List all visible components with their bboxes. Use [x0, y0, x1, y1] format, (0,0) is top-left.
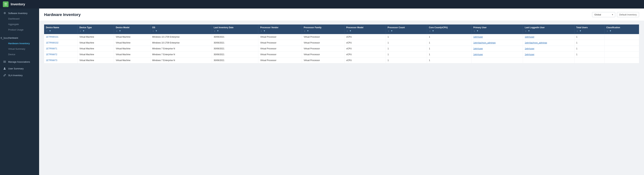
sort-device-model[interactable]: ↕ — [116, 30, 118, 32]
sort-classification[interactable]: ↕ — [606, 30, 608, 32]
sidebar: ⚙ Software Inventory Dashboard Aggregate… — [0, 8, 39, 175]
cell-primary-user[interactable] — [471, 57, 523, 63]
cell-primary-user[interactable]: 1etrn\user — [471, 46, 523, 52]
sort-primary-user[interactable]: ↕ — [473, 30, 476, 32]
sidebar-label-sla-inventory: SLA Inventory — [8, 74, 22, 77]
cell-last-loggedin-user[interactable]: 1etrn\user — [523, 52, 574, 57]
sort-processor-family[interactable]: ↕ — [304, 30, 306, 32]
filter-last-loggedin-user[interactable]: ▼ — [528, 29, 530, 32]
device-name-link[interactable]: 1ETRNW73 — [46, 59, 57, 62]
cell-device-model: Virtual Machine — [114, 46, 150, 52]
cell-core-count: 1 — [427, 46, 472, 52]
col-last-inventory-date: Last Inventory Date ↕ ▼ — [212, 24, 258, 34]
filter-processor-count[interactable]: ▼ — [390, 29, 393, 32]
col-classification: Classification ↕ ▼ — [604, 24, 639, 34]
filter-core-count[interactable]: ▼ — [432, 29, 434, 32]
cell-device-name[interactable]: 1ETRNW72 — [44, 52, 78, 57]
sidebar-item-software-inventory[interactable]: ⚙ Software Inventory — [0, 9, 39, 16]
user-link[interactable]: 1etrn\tachyon_adminpp — [473, 41, 496, 44]
filter-primary-user[interactable]: ▼ — [476, 29, 479, 32]
sidebar-item-hardware[interactable]: €_box; Hardware — [0, 34, 39, 41]
user-link[interactable]: 1etrn\user — [473, 53, 483, 56]
user-link[interactable]: 1etrn\user — [525, 47, 534, 50]
cell-last-loggedin-user[interactable]: 1etrn\tachyon_adminpp — [523, 40, 574, 46]
sort-os[interactable]: ↕ — [152, 30, 154, 32]
sidebar-item-manage-associations[interactable]: Manage Associations — [0, 58, 39, 65]
cell-primary-user[interactable]: 1etrn\user — [471, 52, 523, 57]
cell-processor-vendor: Virtual Processor — [258, 57, 302, 63]
user-link[interactable]: 1etrn\user — [473, 47, 483, 50]
sidebar-item-product-usage[interactable]: Product Usage — [0, 27, 39, 32]
filter-processor-vendor[interactable]: ▼ — [263, 29, 266, 32]
cell-device-type: Virtual Machine — [78, 34, 114, 40]
cell-os: Windows 7 Enterprise N — [150, 57, 212, 63]
cell-last-loggedin-user[interactable]: 1etrn\user — [523, 46, 574, 52]
sort-core-count[interactable]: ↕ — [429, 30, 431, 32]
cell-device-name[interactable]: 1ETRNW101 — [44, 34, 78, 40]
cell-primary-user[interactable]: 1etrn\tachyon_adminpp — [471, 40, 523, 46]
cell-os: Windows 10-1709 Enterprise — [150, 34, 212, 40]
cell-processor-count: 1 — [386, 40, 427, 46]
table-row: 1ETRNW73Virtual MachineVirtual MachineWi… — [44, 57, 639, 63]
col-os: OS ↕ ▼ — [150, 24, 212, 34]
cell-device-model: Virtual Machine — [114, 52, 150, 57]
user-link[interactable]: 1etrn\user — [525, 53, 534, 56]
sort-device-name[interactable]: ↑ — [46, 30, 48, 32]
cell-device-name[interactable]: 1ETRNW71 — [44, 46, 78, 52]
filter-processor-model[interactable]: ▼ — [349, 29, 352, 32]
sidebar-item-device[interactable]: Device — [0, 52, 39, 57]
cell-classification — [604, 46, 639, 52]
filter-device-name[interactable]: ▼ — [49, 29, 52, 32]
svg-rect-5 — [4, 62, 6, 63]
filter-total-users[interactable]: ▼ — [579, 29, 582, 32]
cell-processor-vendor: Virtual Processor — [258, 52, 302, 57]
sort-last-inventory-date[interactable]: ↕ — [214, 30, 216, 32]
device-name-link[interactable]: 1ETRNW102 — [46, 41, 58, 44]
user-link[interactable]: 1etrn\user — [525, 36, 534, 38]
filter-device-type[interactable]: ▼ — [82, 29, 85, 32]
svg-rect-3 — [4, 61, 6, 61]
cell-last-loggedin-user[interactable]: 1etrn\user — [523, 34, 574, 40]
filter-os[interactable]: ▼ — [155, 29, 158, 32]
user-link[interactable]: 1etrn\tachyon_adminpp — [525, 41, 547, 44]
sort-processor-model[interactable]: ↕ — [346, 30, 348, 32]
sidebar-item-aggregate[interactable]: Aggregate — [0, 21, 39, 27]
filter-device-model[interactable]: ▼ — [118, 29, 122, 32]
device-name-link[interactable]: 1ETRNW71 — [46, 47, 57, 50]
sidebar-item-user-summary[interactable]: User Summary — [0, 65, 39, 71]
cell-processor-count: 1 — [386, 34, 427, 40]
user-link[interactable]: 1etrn\user — [473, 36, 483, 38]
filter-processor-family[interactable]: ▼ — [306, 29, 309, 32]
cell-last-loggedin-user[interactable] — [523, 57, 574, 63]
cell-device-name[interactable]: 1ETRNW102 — [44, 40, 78, 46]
logo-icon: ☰ — [4, 2, 7, 6]
app-title: Inventory — [11, 2, 25, 6]
topbar: ☰ Inventory — [0, 0, 644, 8]
sidebar-item-hardware-inventory[interactable]: Hardware Inventory — [0, 41, 39, 46]
filter-classification[interactable]: ▼ — [609, 29, 612, 32]
cell-total-users: 1 — [574, 52, 604, 57]
table-row: 1ETRNW102Virtual MachineVirtual MachineW… — [44, 40, 639, 46]
cell-primary-user[interactable]: 1etrn\user — [471, 34, 523, 40]
cell-os: Windows 7 Enterprise N — [150, 52, 212, 57]
sort-device-type[interactable]: ↕ — [80, 30, 82, 32]
col-last-loggedin-user: Last Loggedin User ↕ ▼ — [523, 24, 574, 34]
cell-processor-family: Virtual Processor — [302, 52, 344, 57]
cell-processor-count: 1 — [386, 52, 427, 57]
sidebar-item-dashboard[interactable]: Dashboard — [0, 16, 39, 21]
sort-processor-vendor[interactable]: ↕ — [260, 30, 262, 32]
sidebar-item-sla-inventory[interactable]: SLA Inventory — [0, 71, 39, 78]
cell-core-count: 1 — [427, 34, 472, 40]
cell-device-name[interactable]: 1ETRNW73 — [44, 57, 78, 63]
col-processor-vendor: Processor Vendor ↕ ▼ — [258, 24, 302, 34]
filter-last-inventory-date[interactable]: ▼ — [216, 29, 219, 32]
svg-point-6 — [4, 67, 5, 68]
device-name-link[interactable]: 1ETRNW72 — [46, 53, 57, 56]
sort-total-users[interactable]: ↕ — [576, 30, 578, 32]
global-dropdown[interactable]: Global — [592, 12, 615, 17]
sidebar-item-virtual-summary[interactable]: Virtual Summary — [0, 46, 39, 52]
cell-processor-vendor: Virtual Processor — [258, 34, 302, 40]
sort-processor-count[interactable]: ↕ — [388, 30, 390, 32]
device-name-link[interactable]: 1ETRNW101 — [46, 36, 58, 38]
sort-last-loggedin-user[interactable]: ↕ — [525, 30, 527, 32]
